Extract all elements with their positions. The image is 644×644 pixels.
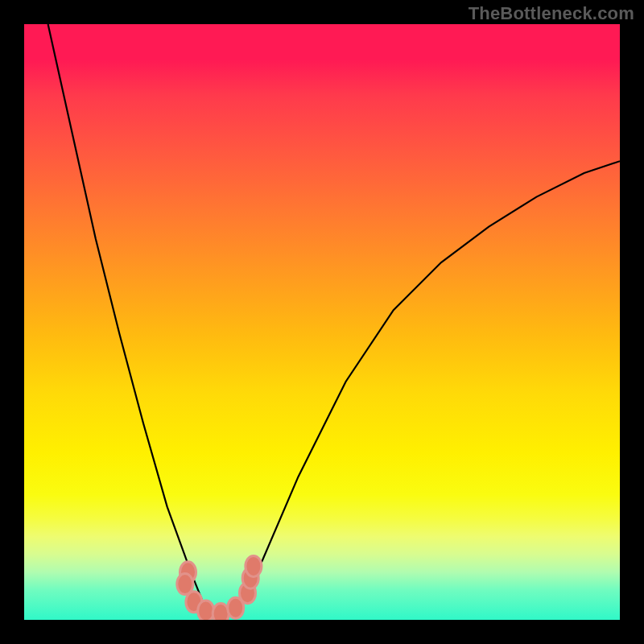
watermark-text: TheBottleneck.com — [469, 3, 634, 24]
chart-container: TheBottleneck.com — [0, 0, 644, 644]
blob-marker — [198, 601, 214, 620]
right-curve — [238, 161, 620, 608]
curve-layer — [24, 24, 620, 620]
highlight-blobs — [177, 555, 262, 620]
plot-area — [24, 24, 620, 620]
left-curve — [48, 24, 215, 614]
blob-marker — [213, 604, 229, 620]
blob-marker — [246, 555, 262, 576]
